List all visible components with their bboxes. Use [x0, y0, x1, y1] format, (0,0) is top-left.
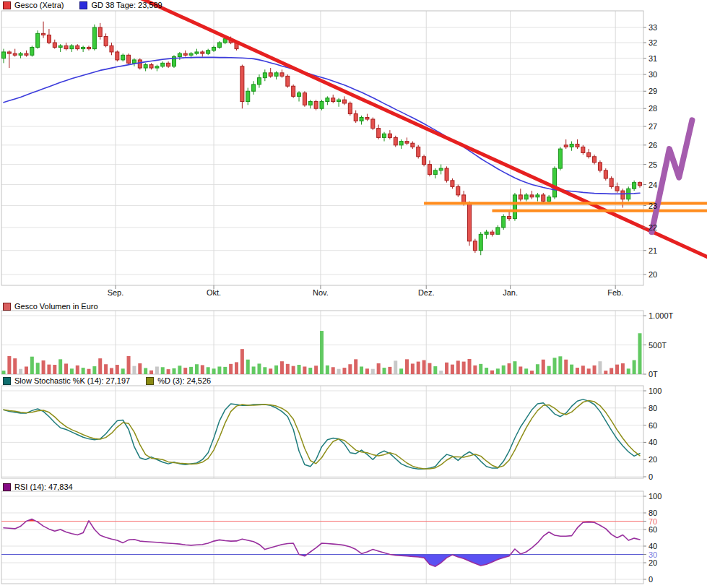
volume-panel: 1.000T500T0T	[1, 311, 674, 379]
chart-stage: 3332313029282726252423222120Sep.Okt.Nov.…	[0, 0, 707, 588]
svg-text:Sep.: Sep.	[108, 288, 124, 297]
price-series-swatch-icon	[3, 1, 11, 9]
legend-item-stoch-d: %D (3): 24,526	[146, 376, 211, 386]
svg-text:24: 24	[649, 181, 657, 189]
svg-text:70: 70	[649, 517, 657, 526]
volume-legend: Gesco Volumen in Euro	[3, 301, 98, 311]
rsi-series-swatch-icon	[3, 483, 11, 491]
svg-text:33: 33	[649, 23, 657, 32]
legend-item-volume: Gesco Volumen in Euro	[3, 301, 98, 311]
rsi-panel: 1008070604030200	[1, 491, 662, 584]
chart-canvas: 3332313029282726252423222120Sep.Okt.Nov.…	[0, 0, 707, 588]
volume-series-swatch-icon	[3, 303, 11, 311]
svg-text:30: 30	[649, 550, 657, 559]
stoch-d-swatch-icon	[146, 377, 154, 385]
svg-text:1.000T: 1.000T	[649, 311, 674, 320]
svg-text:22: 22	[649, 223, 657, 232]
svg-text:28: 28	[649, 104, 657, 113]
svg-text:Dez.: Dez.	[418, 288, 435, 297]
price-series-label: Gesco (Xetra)	[14, 0, 64, 10]
svg-text:26: 26	[649, 141, 657, 150]
legend-item-gesco: Gesco (Xetra)	[3, 0, 64, 10]
svg-text:60: 60	[649, 525, 657, 534]
svg-text:Feb.: Feb.	[607, 288, 623, 297]
svg-text:100: 100	[649, 492, 662, 501]
rsi-legend: RSI (14): 47,834	[3, 482, 73, 492]
svg-text:Jan.: Jan.	[503, 288, 518, 297]
stochastic-panel: 100806040200	[1, 386, 662, 481]
svg-text:20: 20	[649, 558, 657, 567]
svg-text:100: 100	[649, 386, 662, 395]
svg-text:31: 31	[649, 54, 657, 63]
svg-text:60: 60	[649, 421, 657, 430]
stochastic-legend: Slow Stochastic %K (14): 27,197 %D (3): …	[3, 376, 211, 386]
svg-text:Okt.: Okt.	[207, 288, 221, 297]
volume-series-label: Gesco Volumen in Euro	[14, 301, 98, 311]
svg-text:21: 21	[649, 246, 657, 255]
svg-text:32: 32	[649, 38, 657, 47]
svg-text:0T: 0T	[649, 370, 658, 379]
rsi-series-label: RSI (14): 47,834	[14, 482, 73, 492]
price-legend: Gesco (Xetra) GD 38 Tage: 23,589	[3, 0, 162, 10]
svg-text:80: 80	[649, 509, 657, 517]
legend-item-ma: GD 38 Tage: 23,589	[79, 0, 162, 10]
svg-text:0: 0	[649, 575, 653, 584]
ma-series-swatch-icon	[79, 1, 87, 9]
svg-text:29: 29	[649, 87, 657, 95]
svg-text:Nov.: Nov.	[313, 288, 329, 297]
svg-text:25: 25	[649, 160, 657, 169]
svg-text:40: 40	[649, 438, 657, 446]
stoch-d-label: %D (3): 24,526	[157, 376, 211, 386]
ma-series-label: GD 38 Tage: 23,589	[91, 0, 162, 10]
svg-text:0: 0	[649, 472, 653, 481]
svg-text:20: 20	[649, 270, 657, 279]
svg-text:80: 80	[649, 404, 657, 412]
svg-text:23: 23	[649, 202, 657, 210]
svg-text:20: 20	[649, 455, 657, 464]
stoch-k-swatch-icon	[3, 377, 11, 385]
svg-text:30: 30	[649, 70, 657, 79]
stoch-k-label: Slow Stochastic %K (14): 27,197	[14, 376, 130, 386]
legend-item-stoch-k: Slow Stochastic %K (14): 27,197	[3, 376, 130, 386]
svg-text:40: 40	[649, 542, 657, 550]
legend-item-rsi: RSI (14): 47,834	[3, 482, 73, 492]
main-price-panel: 3332313029282726252423222120Sep.Okt.Nov.…	[1, 0, 707, 297]
svg-text:500T: 500T	[649, 341, 667, 350]
svg-text:27: 27	[649, 122, 657, 131]
